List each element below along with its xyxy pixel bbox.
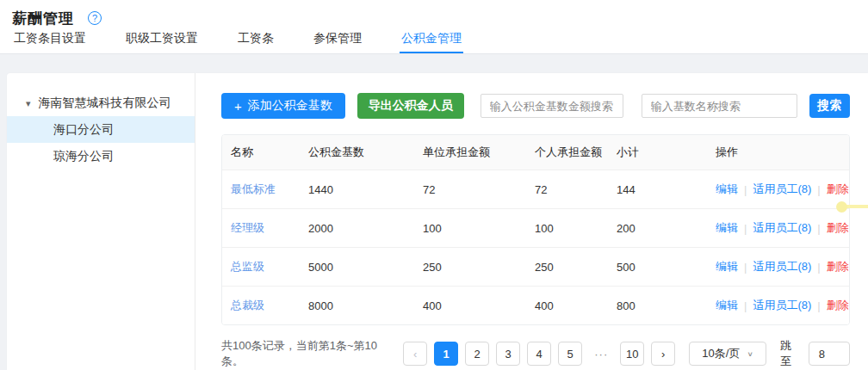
col-header-actions: 操作 [707, 145, 849, 160]
action-separator: | [817, 183, 820, 196]
row-personal-value: 72 [526, 183, 608, 196]
table-row: 最低标准 1440 72 72 144 编辑 | 适用员工(8) | 删除 [222, 170, 849, 208]
tab[interactable]: 参保管理 [312, 29, 363, 53]
jump-to-label: 跳至 [780, 338, 802, 369]
delete-link[interactable]: 删除 [827, 259, 849, 274]
col-header-subtotal: 小计 [608, 145, 707, 160]
table-body: 最低标准 1440 72 72 144 编辑 | 适用员工(8) | 删除 [222, 170, 849, 324]
jump-page-input[interactable] [809, 342, 850, 366]
row-personal-value: 100 [526, 222, 608, 235]
page-header: 薪酬管理 ? [0, 0, 868, 29]
table-row: 经理级 2000 100 100 200 编辑 | 适用员工(8) | 删除 [222, 208, 849, 247]
content-area: ▾ 海南智慧城科技有限公司 海口分公司琼海分公司 + 添加公积金基数 导出公积金… [0, 54, 868, 370]
caret-down-icon[interactable]: ▾ [26, 99, 31, 108]
edit-link[interactable]: 编辑 [716, 259, 738, 274]
company-tree-sidebar: ▾ 海南智慧城科技有限公司 海口分公司琼海分公司 [7, 73, 195, 370]
help-icon[interactable]: ? [88, 11, 102, 25]
row-company-value: 250 [414, 261, 526, 274]
action-separator: | [744, 183, 747, 196]
action-separator: | [817, 222, 820, 235]
col-header-name: 名称 [222, 145, 300, 160]
chevron-left-icon: ‹ [413, 348, 417, 361]
page-number-button[interactable]: ··· [589, 342, 613, 366]
click-marker-line [846, 205, 868, 208]
sidebar-item-company-root[interactable]: ▾ 海南智慧城科技有限公司 [7, 90, 195, 116]
main-panel: + 添加公积金基数 导出公积金人员 搜索 名称 公积金基数 单位承担金额 个人承… [195, 73, 868, 370]
sidebar-item-branch[interactable]: 琼海分公司 [7, 143, 195, 170]
base-name-search-input[interactable] [642, 94, 797, 118]
plus-icon: + [234, 99, 242, 114]
next-page-button[interactable]: › [651, 342, 675, 366]
page-number-button[interactable]: 3 [496, 342, 520, 366]
edit-link[interactable]: 编辑 [716, 298, 738, 313]
search-button[interactable]: 搜索 [809, 94, 850, 118]
tab[interactable]: 工资条目设置 [12, 29, 88, 53]
table-header-row: 名称 公积金基数 单位承担金额 个人承担金额 小计 操作 [222, 135, 849, 170]
row-name-link[interactable]: 最低标准 [222, 182, 300, 197]
add-fund-base-button[interactable]: + 添加公积金基数 [221, 93, 345, 119]
fund-amount-search-input[interactable] [480, 94, 623, 118]
action-separator: | [817, 299, 820, 312]
row-actions: 编辑 | 适用员工(8) | 删除 [707, 259, 849, 274]
sidebar-item-branch[interactable]: 海口分公司 [7, 116, 195, 143]
action-separator: | [744, 261, 747, 274]
click-marker-dot [836, 201, 847, 213]
content-card: ▾ 海南智慧城科技有限公司 海口分公司琼海分公司 + 添加公积金基数 导出公积金… [7, 73, 868, 370]
row-subtotal-value: 800 [608, 299, 707, 312]
edit-link[interactable]: 编辑 [716, 220, 738, 236]
row-company-value: 400 [414, 299, 526, 312]
row-subtotal-value: 144 [608, 183, 707, 196]
export-fund-staff-button[interactable]: 导出公积金人员 [357, 93, 464, 119]
page-size-select[interactable]: 10条/页 ∨ [689, 342, 766, 366]
delete-link[interactable]: 删除 [827, 298, 849, 313]
row-name-link[interactable]: 经理级 [222, 220, 300, 236]
page-number-button[interactable]: 1 [434, 342, 458, 366]
action-separator: | [744, 299, 747, 312]
row-name-link[interactable]: 总监级 [222, 259, 300, 274]
prev-page-button[interactable]: ‹ [403, 342, 427, 366]
table-row: 总监级 5000 250 250 500 编辑 | 适用员工(8) | 删除 [222, 247, 849, 286]
page-title: 薪酬管理 [12, 9, 74, 28]
col-header-base: 公积金基数 [300, 145, 414, 160]
page-number-button[interactable]: 4 [527, 342, 551, 366]
page-size-value: 10条/页 [702, 346, 740, 361]
table-row: 总裁级 8000 400 400 800 编辑 | 适用员工(8) | 删除 [222, 286, 849, 324]
row-subtotal-value: 200 [608, 222, 707, 235]
row-actions: 编辑 | 适用员工(8) | 删除 [707, 298, 849, 313]
apply-staff-link[interactable]: 适用员工(8) [753, 220, 811, 236]
page-number-button[interactable]: 2 [465, 342, 489, 366]
tab[interactable]: 工资条 [236, 29, 276, 53]
page-number-button[interactable]: 5 [558, 342, 582, 366]
row-company-value: 100 [414, 222, 526, 235]
chevron-right-icon: › [661, 348, 665, 361]
action-separator: | [817, 261, 820, 274]
row-base-value: 8000 [300, 299, 414, 312]
apply-staff-link[interactable]: 适用员工(8) [753, 182, 811, 197]
row-company-value: 72 [414, 183, 526, 196]
edit-link[interactable]: 编辑 [716, 182, 738, 197]
row-actions: 编辑 | 适用员工(8) | 删除 [707, 220, 849, 236]
apply-staff-link[interactable]: 适用员工(8) [753, 298, 811, 313]
tab-bar: 工资条目设置职级工资设置工资条参保管理公积金管理 [0, 29, 868, 54]
fund-base-table: 名称 公积金基数 单位承担金额 个人承担金额 小计 操作 最低标准 1440 7… [221, 134, 850, 325]
row-subtotal-value: 500 [608, 261, 707, 274]
records-summary: 共100条记录，当前第1条~第10条。 [221, 338, 391, 369]
company-children: 海口分公司琼海分公司 [7, 116, 195, 170]
col-header-company: 单位承担金额 [414, 145, 526, 160]
pagination-bar: 共100条记录，当前第1条~第10条。 ‹ 12345···10 › 10条/页… [221, 342, 850, 366]
delete-link[interactable]: 删除 [827, 182, 849, 197]
apply-staff-link[interactable]: 适用员工(8) [753, 259, 811, 274]
chevron-down-icon: ∨ [747, 350, 753, 358]
row-name-link[interactable]: 总裁级 [222, 298, 300, 313]
page-number-button[interactable]: 10 [620, 342, 644, 366]
company-root-label: 海南智慧城科技有限公司 [39, 96, 171, 111]
row-base-value: 5000 [300, 261, 414, 274]
col-header-personal: 个人承担金额 [526, 145, 608, 160]
row-base-value: 2000 [300, 222, 414, 235]
row-actions: 编辑 | 适用员工(8) | 删除 [707, 182, 849, 197]
row-base-value: 1440 [300, 183, 414, 196]
tab[interactable]: 公积金管理 [400, 29, 463, 53]
tab[interactable]: 职级工资设置 [124, 29, 200, 53]
row-personal-value: 400 [526, 299, 608, 312]
delete-link[interactable]: 删除 [827, 220, 849, 236]
